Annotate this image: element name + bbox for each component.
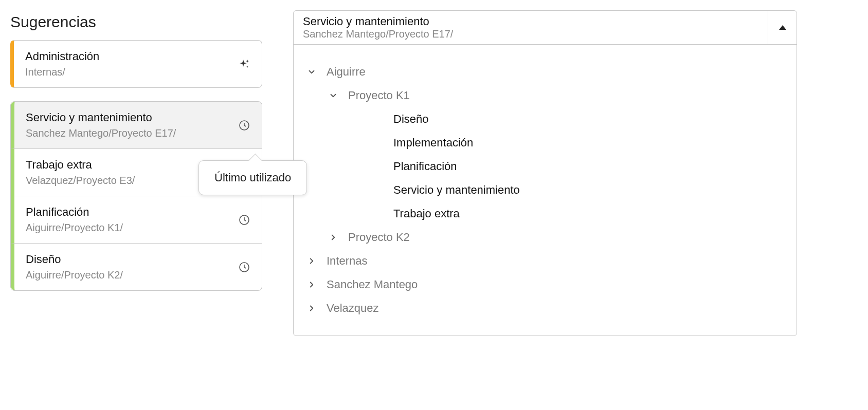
tree-label: Trabajo extra (393, 207, 460, 220)
suggestion-title: Planificación (26, 206, 123, 219)
project-picker: Servicio y mantenimiento Sanchez Mantego… (293, 10, 797, 336)
tree-leaf[interactable]: Trabajo extra (306, 202, 784, 226)
tree-label: Proyecto K2 (348, 231, 410, 244)
tree-label: Diseño (393, 113, 428, 126)
tree-leaf[interactable]: Implementación (306, 131, 784, 155)
chevron-right-icon (306, 256, 317, 266)
tree-label: Velazquez (327, 302, 379, 315)
clock-icon (238, 261, 250, 273)
suggestion-subtitle: Aiguirre/Proyecto K2/ (26, 269, 123, 281)
tree-label: Implementación (393, 136, 473, 150)
clock-icon (238, 119, 250, 132)
suggestion-title: Diseño (26, 253, 123, 266)
chevron-down-icon (306, 67, 317, 77)
tree-leaf[interactable]: Planificación (306, 155, 784, 178)
tree-node-sanchez[interactable]: Sanchez Mantego (306, 273, 784, 296)
tree-label: Proyecto K1 (348, 89, 410, 102)
suggestion-subtitle: Aiguirre/Proyecto K1/ (26, 222, 123, 234)
picker-selected-title: Servicio y mantenimiento (303, 15, 758, 28)
tree-label: Servicio y mantenimiento (393, 183, 520, 197)
chevron-right-icon (328, 233, 339, 242)
picker-selected-subtitle: Sanchez Mantego/Proyecto E17/ (303, 28, 758, 40)
tree-node-aiguirre[interactable]: Aiguirre (306, 60, 784, 84)
last-used-tooltip: Último utilizado (198, 160, 307, 195)
suggestion-subtitle: Sanchez Mantego/Proyecto E17/ (26, 127, 176, 139)
tree-leaf[interactable]: Diseño (306, 107, 784, 131)
suggestion-title: Trabajo extra (26, 158, 135, 172)
chevron-right-icon (306, 280, 317, 289)
chevron-right-icon (306, 304, 317, 313)
tree-node-proyecto-k2[interactable]: Proyecto K2 (306, 226, 784, 249)
suggestion-subtitle: Internas/ (25, 66, 99, 78)
suggestions-heading: Sugerencias (10, 13, 262, 31)
tree-node-internas[interactable]: Internas (306, 249, 784, 273)
tree-label: Internas (327, 254, 368, 268)
sparkle-icon (238, 58, 250, 70)
suggestion-item[interactable]: Planificación Aiguirre/Proyecto K1/ (11, 196, 262, 244)
suggestion-subtitle: Velazquez/Proyecto E3/ (26, 175, 135, 187)
chevron-down-icon (328, 91, 339, 100)
tree-label: Aiguirre (327, 65, 366, 79)
tree-node-velazquez[interactable]: Velazquez (306, 296, 784, 320)
chevron-up-icon (779, 25, 786, 30)
collapse-button[interactable] (768, 11, 797, 44)
picker-header[interactable]: Servicio y mantenimiento Sanchez Mantego… (294, 11, 797, 45)
suggestion-title: Servicio y mantenimiento (26, 111, 176, 124)
suggestion-item[interactable]: Servicio y mantenimiento Sanchez Mantego… (11, 102, 262, 149)
tree-node-proyecto-k1[interactable]: Proyecto K1 (306, 84, 784, 107)
suggestions-list: Servicio y mantenimiento Sanchez Mantego… (10, 101, 262, 291)
tree-label: Planificación (393, 160, 457, 173)
project-tree: Aiguirre Proyecto K1 Diseño Implementaci… (294, 45, 797, 336)
suggestion-title: Administración (25, 50, 99, 63)
suggestion-ai-card[interactable]: Administración Internas/ (10, 40, 262, 88)
clock-icon (238, 214, 250, 226)
tree-leaf[interactable]: Servicio y mantenimiento (306, 178, 784, 202)
suggestion-item[interactable]: Diseño Aiguirre/Proyecto K2/ (11, 244, 262, 290)
tree-label: Sanchez Mantego (327, 278, 418, 291)
